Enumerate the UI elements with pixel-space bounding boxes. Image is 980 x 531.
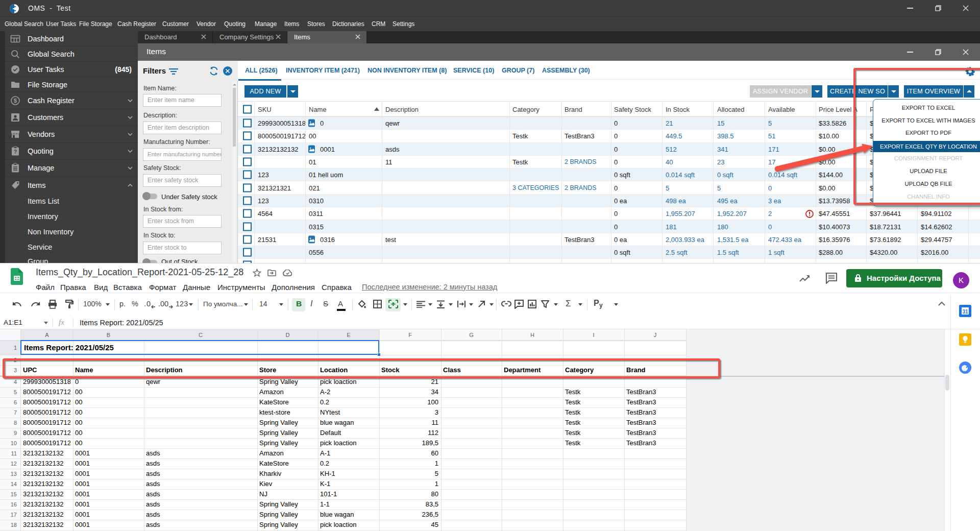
svg-text:$: $ [14, 98, 17, 104]
svg-text:?: ? [14, 149, 17, 155]
svg-text:31: 31 [962, 309, 968, 315]
